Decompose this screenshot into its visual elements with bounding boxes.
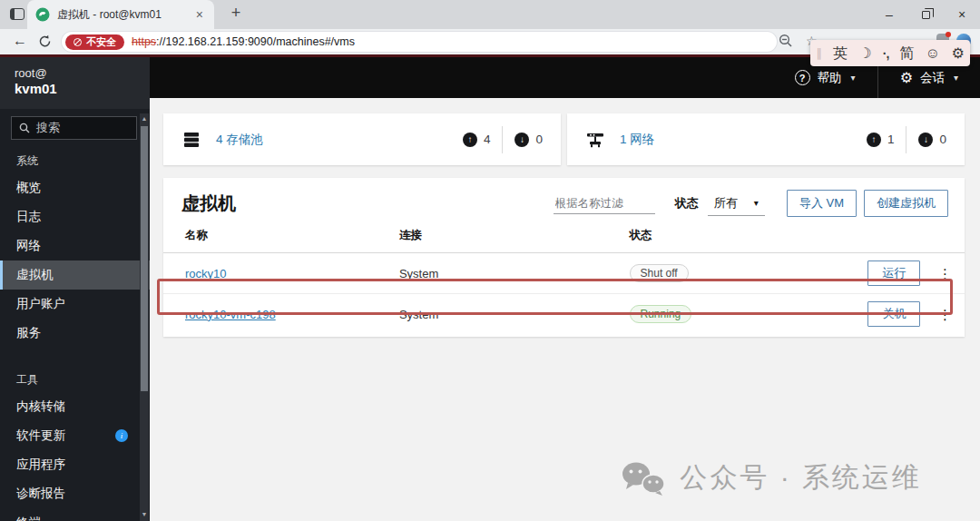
down-arrow-icon: ↓: [918, 133, 933, 147]
window-controls: – ×: [871, 0, 980, 29]
sidebar-item-label: 软件更新: [16, 428, 65, 444]
sidebar-item-terminal[interactable]: 终端: [0, 508, 150, 521]
sidebar-item-services[interactable]: 服务: [0, 319, 150, 348]
sidebar-item-label: 内核转储: [16, 398, 65, 415]
host-user: root@: [15, 66, 135, 80]
tab-title: 虚拟机 - root@kvm01: [57, 7, 193, 23]
scroll-down-icon[interactable]: ▼: [140, 509, 149, 520]
ime-drag-handle[interactable]: ∥: [816, 47, 822, 59]
updates-available-badge: i: [115, 429, 128, 442]
sidebar-item-diagnostic-reports[interactable]: 诊断报告: [0, 479, 150, 508]
nav-heading-system: 系统: [16, 153, 150, 169]
back-icon[interactable]: ←: [13, 33, 27, 49]
storage-pools-link[interactable]: 4 存储池: [216, 132, 263, 148]
url-text: https://192.168.21.159:9090/machines#/vm…: [132, 35, 355, 48]
ime-settings-icon[interactable]: ⚙: [951, 46, 964, 61]
sidebar-item-applications[interactable]: 应用程序: [0, 450, 150, 479]
sidebar-item-virtual-machines[interactable]: 虚拟机: [0, 260, 150, 290]
create-vm-button[interactable]: 创建虚拟机: [864, 190, 948, 217]
gear-icon: ⚙: [900, 69, 913, 86]
kebab-menu-icon[interactable]: ⋮: [938, 307, 952, 323]
divider: [906, 126, 906, 153]
sidebar-item-networking[interactable]: 网络: [0, 231, 150, 260]
sidebar-item-label: 应用程序: [16, 457, 65, 473]
sidebar-item-label: 网络: [16, 238, 41, 254]
sidebar-item-label: 终端: [16, 515, 41, 521]
summary-cards-row: 4 存储池 ↑ 4 ↓ 0 1 网络: [163, 113, 965, 165]
ime-language-toggle[interactable]: 英: [833, 46, 848, 61]
cockpit-favicon: [35, 7, 50, 22]
ime-punctuation-toggle[interactable]: ·,: [883, 47, 889, 60]
storage-pools-card: 4 存储池 ↑ 4 ↓ 0: [163, 113, 561, 165]
networks-link[interactable]: 1 网络: [620, 132, 654, 148]
storage-counts: ↑ 4 ↓ 0: [463, 126, 543, 153]
storage-icon: [181, 131, 201, 149]
sidebar-item-label: 服务: [16, 325, 41, 341]
restore-button[interactable]: [907, 0, 944, 29]
network-counts: ↑ 1 ↓ 0: [867, 126, 946, 153]
ime-simplified-toggle[interactable]: 简: [900, 46, 915, 61]
zoom-out-icon[interactable]: [779, 34, 793, 48]
browser-tab[interactable]: 虚拟机 - root@kvm01 ×: [27, 0, 214, 29]
column-header-actions: [867, 225, 965, 253]
vm-name-link[interactable]: rocky10-vm-c198: [185, 308, 276, 321]
sidebar-item-accounts[interactable]: 用户账户: [0, 290, 150, 319]
divider: [502, 126, 503, 153]
search-placeholder: 搜索: [36, 120, 60, 136]
sidebar-item-software-updates[interactable]: 软件更新 i: [0, 421, 150, 450]
minimize-button[interactable]: –: [871, 0, 907, 29]
tab-close-icon[interactable]: ×: [193, 7, 206, 22]
vm-table: 名称 连接 状态 rocky10 System Shut off 运行 ⋮: [163, 225, 965, 334]
sidebar-item-label: 日志: [16, 209, 41, 225]
new-tab-button[interactable]: +: [225, 4, 247, 23]
run-vm-button[interactable]: 运行: [867, 260, 920, 286]
kebab-menu-icon[interactable]: ⋮: [938, 266, 952, 282]
session-label: 会话: [920, 70, 945, 86]
sidebar-item-kdump[interactable]: 内核转储: [0, 392, 150, 421]
url-scheme: https: [132, 35, 156, 48]
security-label: 不安全: [86, 35, 116, 49]
vm-panel-header: 虚拟机 状态 所有 ▾ 导入 VM 创建虚拟机: [163, 178, 965, 225]
tab-actions-icon[interactable]: [10, 8, 24, 20]
state-filter-select[interactable]: 所有 ▾: [708, 192, 765, 216]
nav-heading-tools: 工具: [16, 372, 150, 388]
host-switcher[interactable]: root@ kvm01: [0, 57, 150, 109]
close-button[interactable]: ×: [944, 0, 980, 29]
status-badge: Shut off: [630, 264, 689, 282]
sidebar-scrollbar[interactable]: ▲ ▼: [140, 113, 149, 521]
up-arrow-icon: ↑: [463, 133, 477, 147]
scroll-up-icon[interactable]: ▲: [140, 113, 149, 124]
sidebar-item-logs[interactable]: 日志: [0, 202, 150, 231]
import-vm-button[interactable]: 导入 VM: [787, 190, 857, 217]
sidebar: root@ kvm01 搜索 系统 概览 日志 网络 虚拟机 用户账户 服务 工…: [0, 57, 150, 521]
column-header-name: 名称: [163, 225, 399, 253]
url-rest: ://192.168.21.159:9090/machines#/vms: [156, 35, 355, 48]
status-badge: Running: [630, 305, 692, 323]
up-arrow-icon: ↑: [867, 133, 881, 147]
sidebar-item-label: 虚拟机: [16, 267, 54, 283]
chevron-down-icon: ▾: [754, 198, 759, 208]
sidebar-search-input[interactable]: 搜索: [11, 116, 137, 140]
vm-name-link[interactable]: rocky10: [185, 267, 227, 280]
security-badge[interactable]: 不安全: [65, 34, 124, 50]
address-bar[interactable]: 不安全 https://192.168.21.159:9090/machines…: [62, 32, 777, 52]
sidebar-item-label: 概览: [16, 180, 41, 196]
vm-connection: System: [399, 308, 438, 321]
chevron-down-icon: ▾: [954, 73, 958, 83]
refresh-icon[interactable]: [38, 34, 52, 48]
scrollbar-thumb[interactable]: [141, 126, 148, 391]
main-content: 4 存储池 ↑ 4 ↓ 0 1 网络: [150, 98, 980, 521]
ime-fullhalf-moon-icon[interactable]: ☽: [858, 46, 871, 61]
host-name: kvm01: [15, 81, 135, 96]
sidebar-item-overview[interactable]: 概览: [0, 173, 150, 202]
watermark: 公众号 · 系统运维: [619, 459, 922, 496]
chevron-down-icon: ▾: [851, 73, 856, 83]
browser-tab-strip: 虚拟机 - root@kvm01 × + – ×: [0, 0, 980, 29]
name-filter-input[interactable]: [554, 193, 655, 214]
table-row: rocky10-vm-c198 System Running 关机 ⋮: [163, 294, 965, 335]
shutdown-vm-button[interactable]: 关机: [867, 301, 920, 327]
ime-emoji-icon[interactable]: ☺: [926, 46, 940, 61]
help-label: 帮助: [818, 70, 842, 86]
networks-card: 1 网络 ↑ 1 ↓ 0: [567, 113, 965, 165]
cockpit-app: root@ kvm01 搜索 系统 概览 日志 网络 虚拟机 用户账户 服务 工…: [0, 54, 980, 521]
